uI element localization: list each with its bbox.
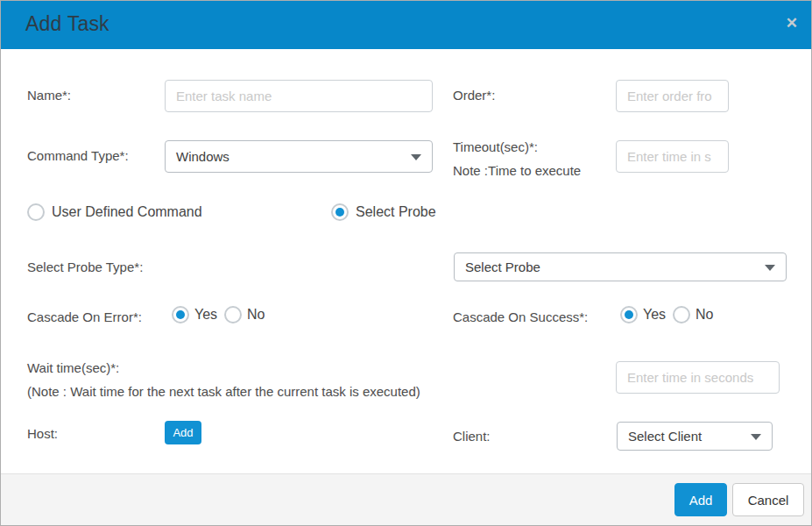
order-input[interactable] [616,80,729,112]
wait-time-label-line1: Wait time(sec)*: [27,356,420,380]
timeout-label-note: Note :Time to execute [453,159,581,182]
close-icon[interactable]: ✕ [786,16,798,31]
user-defined-command-label[interactable]: User Defined Command [52,204,202,220]
command-type-value: Windows [176,149,229,164]
wait-time-label-note: (Note : Wait time for the next task afte… [27,380,420,403]
command-type-label: Command Type*: [27,148,129,163]
cascade-success-no-label[interactable]: No [695,307,713,323]
select-probe-radio[interactable] [331,203,349,221]
cascade-error-no-radio[interactable] [224,306,242,323]
modal-body: Name*: Order*: Command Type*: Windows Ti… [1,49,811,473]
cascade-success-yes-label[interactable]: Yes [643,307,666,323]
wait-time-label: Wait time(sec)*: (Note : Wait time for t… [27,356,420,403]
add-button[interactable]: Add [674,483,727,516]
user-defined-command-radio[interactable] [27,203,45,221]
select-probe-type-value: Select Probe [465,259,540,274]
chevron-down-icon [751,434,761,440]
command-type-select[interactable]: Windows [165,140,433,173]
client-label: Client: [453,429,491,444]
timeout-input[interactable] [616,140,729,173]
host-add-button[interactable]: Add [165,421,201,444]
chevron-down-icon [411,154,421,160]
select-probe-label[interactable]: Select Probe [356,204,436,220]
cascade-on-error-label: Cascade On Error*: [27,309,142,324]
modal-footer: Add Cancel [1,473,811,525]
wait-time-input[interactable] [616,361,780,394]
cancel-button[interactable]: Cancel [732,483,804,516]
client-select[interactable]: Select Client [617,422,773,451]
cascade-success-no-radio[interactable] [673,306,690,323]
client-select-value: Select Client [628,429,702,444]
timeout-label-line1: Timeout(sec)*: [453,135,581,159]
cascade-success-yes-radio[interactable] [620,306,638,323]
modal-title: Add Task [25,12,109,36]
modal-header: Add Task ✕ [1,1,811,49]
cascade-error-no-label[interactable]: No [247,307,265,323]
select-probe-type-select[interactable]: Select Probe [454,252,787,281]
cascade-error-yes-label[interactable]: Yes [194,307,217,323]
select-probe-type-label: Select Probe Type*: [27,259,143,274]
name-input[interactable] [165,80,433,112]
add-task-modal: Add Task ✕ Name*: Order*: Command Type*:… [0,0,812,526]
chevron-down-icon [765,265,775,271]
name-label: Name*: [27,88,71,103]
host-label: Host: [27,426,58,441]
timeout-label: Timeout(sec)*: Note :Time to execute [453,135,581,182]
cascade-error-yes-radio[interactable] [172,306,189,323]
order-label: Order*: [453,88,495,103]
cascade-on-success-label: Cascade On Success*: [453,309,588,324]
